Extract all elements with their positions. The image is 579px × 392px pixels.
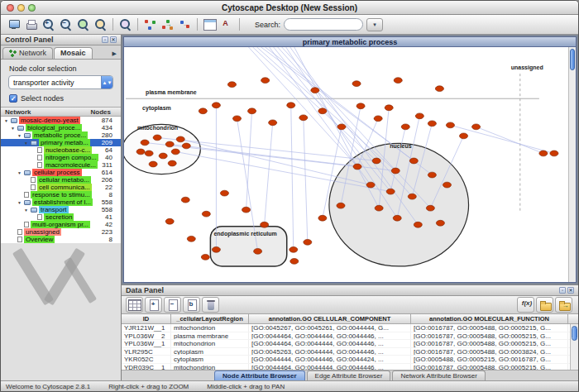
region-mitochondrion[interactable] [124,124,200,174]
column-header[interactable]: annotation.GO MOLECULAR_FUNCTION [411,314,568,323]
network-node[interactable] [261,78,270,84]
float-panel-button[interactable]: ▫ [559,287,566,294]
tab-network[interactable]: Network [2,47,53,59]
expander-icon[interactable]: ▼ [17,133,22,138]
network-node[interactable] [254,248,262,254]
tree-item-establishment-of-l[interactable]: ▼establishment of l...558 [1,198,121,206]
export-table-button[interactable]: → [555,297,572,313]
tab-overflow-button[interactable]: ▶ [110,50,119,59]
zoom-in-button[interactable]: + [40,17,57,32]
table-row[interactable]: YLR295Ccytoplasm[GO:0045263, GO:0044444,… [122,348,578,356]
network-node[interactable] [401,124,409,130]
network-node[interactable] [261,222,269,227]
network-node[interactable] [374,116,382,122]
float-panel-button[interactable]: ▫ [102,36,108,43]
column-header[interactable]: ID [122,314,171,323]
network-node[interactable] [165,141,174,147]
network-node[interactable] [435,86,443,92]
delete-row-button[interactable] [202,297,219,313]
column-header[interactable]: annotation.GO CELLULAR_COMPONENT [249,314,411,323]
network-node[interactable] [227,82,236,88]
network-node[interactable] [460,133,468,139]
network-node[interactable] [287,103,295,108]
network-view-title[interactable]: primary metabolic process [124,37,576,47]
network-node[interactable] [393,215,401,221]
network-node[interactable] [182,143,190,149]
network-node[interactable] [443,182,451,188]
tree-item-biological-proce[interactable]: ▼biological_proce...434 [1,124,121,131]
network-node[interactable] [176,136,184,142]
tree-item-nitrogen-compo[interactable]: nitrogen compo...40 [1,154,121,161]
network-node[interactable] [212,246,220,252]
search-input[interactable] [284,18,363,31]
network-node[interactable] [318,108,327,114]
select-attributes-button[interactable] [126,297,143,313]
network-node[interactable] [415,113,423,119]
network-node[interactable] [372,158,380,164]
tab-network-attribute-browser[interactable]: Network Attribute Browser [392,370,485,380]
network-edge[interactable] [476,127,543,153]
network-node[interactable] [352,81,361,87]
network-node[interactable] [248,108,256,114]
network-node[interactable] [201,254,209,260]
network-node[interactable] [385,105,393,111]
network-node[interactable] [472,124,481,130]
zoom-window-button[interactable] [28,4,36,12]
network-node[interactable] [414,222,422,227]
tree-item-response-to-stimu[interactable]: response to stimu...8 [1,191,121,198]
select-nodes-checkbox[interactable]: ✓ [9,94,17,103]
tree-item-cellular-process[interactable]: ▼cellular process614 [1,169,121,176]
network-node[interactable] [290,246,298,252]
zoom-selected-button[interactable] [74,17,92,32]
tab-edge-attribute-browser[interactable]: Edge Attribute Browser [307,370,391,380]
tree-item-cell-communica[interactable]: cell communica...22 [1,184,121,191]
search-options-button[interactable]: ▾ [366,18,383,31]
network-node[interactable] [202,211,210,217]
column-header[interactable]: _cellularLayoutRegion [171,314,249,323]
table-row[interactable]: YJR121W__1mitochondrion[GO:0045267, GO:0… [122,324,578,332]
canvas-vscrollbar[interactable] [568,47,576,282]
network-edge[interactable] [450,125,553,153]
network-node[interactable] [353,164,361,170]
tree-item-metabolic-proce[interactable]: ▼metabolic proce...280 [1,131,121,139]
expander-icon[interactable]: ▼ [17,200,22,205]
print-button[interactable] [22,17,40,32]
window-titlebar[interactable]: Cytoscape Desktop (New Session) [1,1,578,15]
table-row[interactable]: YPL036W__2plasma membrane[GO:0044464, GO… [122,332,578,341]
network-node[interactable] [428,172,436,178]
network-edge[interactable] [266,47,433,175]
network-node[interactable] [539,151,548,156]
network-edge[interactable] [304,117,308,242]
equation-builder-button[interactable]: f(x) [517,297,534,313]
network-node[interactable] [187,236,195,241]
tree-item-nucleobase-c[interactable]: nucleobase-c...64 [1,146,121,154]
close-panel-button[interactable]: ✕ [567,287,574,294]
zoom-fit-button[interactable] [92,17,109,32]
network-edge[interactable] [265,122,273,224]
network-node[interactable] [409,158,418,164]
expander-icon[interactable]: ▼ [23,208,29,213]
network-node[interactable] [408,194,416,199]
network-node[interactable] [356,103,365,109]
network-node[interactable] [386,189,395,194]
network-overview-button[interactable] [117,17,134,32]
tree-item-transport[interactable]: ▼transport558 [1,206,121,213]
tree-item-primary-metab[interactable]: ▼primary metab...209 [1,139,121,146]
network-node[interactable] [220,190,228,196]
network-node[interactable] [181,197,189,203]
network-canvas[interactable]: plasma membranecytoplasmmitochondrionnuc… [124,47,568,282]
network-node[interactable] [391,168,400,174]
network-node[interactable] [165,218,174,224]
expander-icon[interactable]: ▼ [3,118,9,123]
delete-attribute-button[interactable]: − [164,297,181,313]
network-node[interactable] [159,153,167,159]
close-panel-button[interactable]: ✕ [110,36,117,43]
network-node[interactable] [311,88,319,93]
tree-item-unassigned[interactable]: unassigned223 [1,228,121,236]
network-node[interactable] [141,140,149,146]
expander-icon[interactable]: ▼ [17,170,22,175]
network-node[interactable] [366,182,375,188]
network-node[interactable] [318,215,327,221]
network-node[interactable] [337,124,346,130]
tree-item-cellular-metabo[interactable]: cellular metabo...206 [1,176,121,184]
